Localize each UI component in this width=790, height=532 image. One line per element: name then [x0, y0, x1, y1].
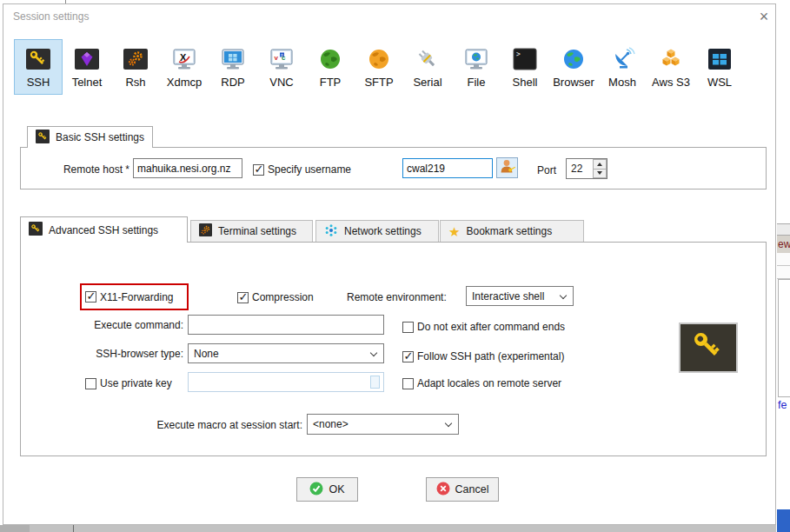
session-type-label: Rsh [125, 76, 145, 89]
session-type-telnet[interactable]: Telnet [63, 39, 111, 95]
background-partial-tab: ew [777, 236, 790, 253]
do-not-exit-checkbox[interactable]: Do not exit after command ends [402, 321, 565, 333]
select-value: <none> [313, 418, 349, 430]
session-type-ftp[interactable]: FTP [306, 39, 355, 95]
mosh-satellite-icon [609, 46, 635, 72]
private-key-input[interactable] [188, 372, 384, 392]
file-monitor-icon [463, 46, 489, 72]
checkbox-label: Do not exit after command ends [417, 321, 565, 333]
session-type-label: WSL [707, 76, 732, 89]
network-nodes-icon [324, 223, 338, 240]
shell-terminal-icon: > [512, 46, 538, 72]
star-icon: ★ [448, 225, 460, 238]
aws-s3-cubes-icon [658, 46, 684, 72]
session-type-file[interactable]: File [452, 39, 501, 95]
session-type-label: Browser [553, 76, 594, 89]
vnc-monitor-icon: vnc [269, 46, 295, 72]
checkbox-label: Specify username [268, 163, 351, 176]
compression-checkbox[interactable]: Compression [237, 291, 314, 303]
cancel-button[interactable]: Cancel [426, 477, 499, 502]
session-type-rdp[interactable]: RDP [209, 39, 257, 95]
key-icon [688, 328, 728, 369]
follow-ssh-path-checkbox[interactable]: Follow SSH path (experimental) [402, 350, 564, 362]
key-icon [29, 222, 43, 238]
ssh-key-icon [25, 46, 51, 72]
session-type-label: SFTP [364, 76, 393, 89]
execute-macro-select[interactable]: <none> [307, 414, 459, 435]
x11-forwarding-checkbox[interactable]: X11-Forwarding [85, 291, 173, 303]
session-type-browser[interactable]: Browser [549, 39, 598, 95]
background-bottom-strip-dark [0, 525, 30, 532]
session-type-label: RDP [221, 76, 244, 89]
session-type-ssh[interactable]: SSH [14, 39, 63, 95]
serial-plug-icon [415, 46, 441, 72]
checkbox-box [237, 292, 249, 303]
cancel-button-label: Cancel [455, 483, 489, 495]
key-icon [36, 130, 50, 146]
remote-host-input[interactable] [133, 158, 242, 178]
checkbox-box [85, 378, 96, 389]
terminal-gears-icon [199, 223, 212, 239]
session-type-shell[interactable]: > Shell [501, 39, 549, 95]
username-input[interactable] [402, 158, 493, 178]
tab-label: Advanced SSH settings [49, 224, 158, 236]
spin-down-button[interactable] [593, 170, 607, 179]
session-type-sftp[interactable]: SFTP [355, 39, 403, 95]
background-blue-strip [777, 509, 790, 532]
remote-environment-select[interactable]: Interactive shell [466, 286, 574, 306]
chevron-down-icon [445, 420, 452, 427]
session-type-label: File [468, 76, 486, 89]
checkbox-box [402, 351, 414, 362]
execute-macro-label: Execute macro at session start: [129, 419, 302, 431]
chevron-down-icon [370, 349, 377, 356]
session-type-label: Aws S3 [652, 76, 690, 89]
tab-label: Basic SSH settings [56, 131, 144, 143]
tab-advanced-ssh-settings[interactable]: Advanced SSH settings [20, 216, 188, 243]
checkbox-label: Use private key [100, 377, 172, 389]
tab-basic-ssh-settings[interactable]: Basic SSH settings [27, 126, 153, 148]
ssh-browser-type-select[interactable]: None [188, 343, 384, 363]
port-value: 22 [567, 159, 593, 178]
svg-text:c: c [282, 54, 286, 62]
tab-network-settings[interactable]: Network settings [315, 220, 439, 242]
triangle-down-icon [597, 171, 602, 175]
session-type-label: Shell [513, 76, 538, 89]
tab-terminal-settings[interactable]: Terminal settings [190, 220, 313, 242]
session-type-rsh[interactable]: Rsh [111, 39, 160, 95]
xdmcp-monitor-icon: X [171, 46, 197, 72]
spin-up-button[interactable] [593, 159, 607, 170]
rdp-monitor-icon [220, 46, 246, 72]
specify-username-checkbox[interactable]: Specify username [253, 163, 351, 176]
background-bottom-divider [73, 525, 74, 532]
session-type-wsl[interactable]: WSL [695, 39, 744, 95]
session-type-label: Telnet [72, 76, 103, 89]
tab-bookmark-settings[interactable]: ★ Bookmark settings [440, 220, 584, 242]
session-type-aws-s3[interactable]: Aws S3 [647, 39, 695, 95]
use-private-key-checkbox[interactable]: Use private key [85, 377, 172, 389]
session-type-xdmcp[interactable]: X Xdmcp [160, 39, 209, 95]
background-partial-link: fe [778, 399, 790, 411]
ok-check-icon [309, 482, 323, 498]
ssh-key-panel [679, 323, 738, 373]
file-page-icon[interactable] [370, 376, 380, 389]
session-type-mosh[interactable]: Mosh [598, 39, 647, 95]
basic-ssh-settings-group [20, 147, 767, 190]
checkbox-box [85, 291, 96, 303]
session-settings-dialog: Session settings × SSH Telnet Rsh X Xdmc… [3, 3, 776, 525]
remote-host-label: Remote host * [38, 163, 129, 176]
background-bottom-strip [0, 525, 776, 532]
browser-globe-icon [561, 46, 587, 72]
session-type-serial[interactable]: Serial [403, 39, 452, 95]
session-type-vnc[interactable]: vnc VNC [257, 39, 306, 95]
adapt-locales-checkbox[interactable]: Adapt locales on remote server [402, 377, 561, 389]
close-icon[interactable]: × [753, 6, 775, 27]
checkbox-box [402, 378, 414, 389]
select-user-button[interactable] [496, 157, 518, 178]
port-spinner[interactable]: 22 [566, 158, 607, 179]
session-type-label: SSH [27, 76, 50, 89]
svg-text:>: > [516, 50, 521, 58]
ok-button[interactable]: OK [296, 477, 358, 502]
execute-command-input[interactable] [188, 315, 384, 335]
sftp-globe-icon [366, 46, 392, 72]
ssh-browser-type-label: SSH-browser type: [53, 348, 183, 360]
